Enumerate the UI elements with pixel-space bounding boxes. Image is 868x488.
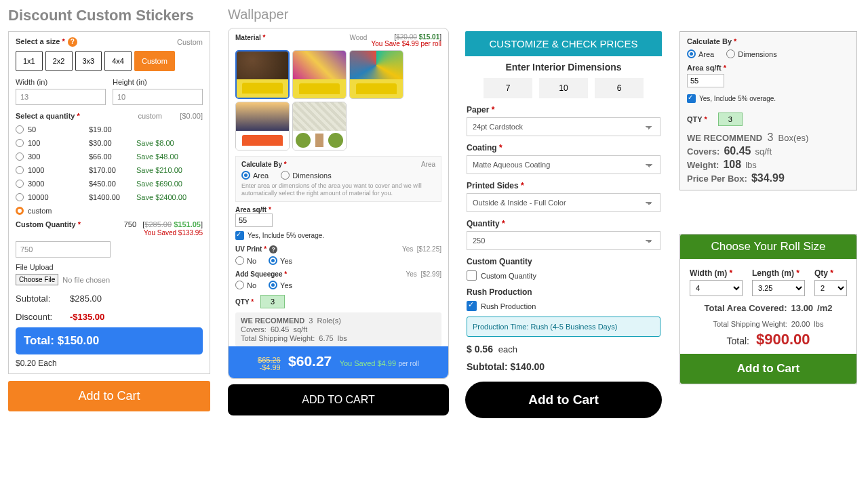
area-input[interactable] [235, 214, 273, 227]
c4-overage-checkbox[interactable] [687, 94, 696, 103]
wp-total-bar: $65.26-$4.99 $60.27 You Saved $4.99 per … [229, 346, 448, 378]
qty-label: Select a quantity [16, 112, 121, 120]
swatch-geo[interactable] [349, 50, 403, 99]
wallpaper-title: Wallpaper [228, 7, 449, 22]
qty-opt-3000[interactable]: 3000$450.00Save $690.00 [16, 180, 203, 188]
disc-val: -$135.00 [70, 312, 104, 322]
size-btn-custom[interactable]: Custom [134, 51, 175, 71]
radio-dimensions[interactable]: Dimensions [281, 171, 331, 180]
size-value: Custom [177, 38, 203, 46]
sq-no[interactable]: No [235, 281, 256, 289]
c4-calc-label: Calculate By [687, 37, 850, 45]
uv-label: UV Print [235, 245, 267, 253]
help-icon[interactable]: ? [68, 37, 77, 47]
sub-val: $285.00 [70, 293, 102, 304]
cq-saved: You Saved $133.95 [144, 229, 203, 237]
overage-label: Yes, Include 5% overage. [248, 232, 324, 239]
c4-radio-area[interactable]: Area [687, 49, 714, 58]
dim-l[interactable] [484, 78, 532, 98]
paper-select[interactable]: 24pt Cardstock [467, 117, 660, 136]
help-icon[interactable]: ? [269, 245, 277, 253]
qty-custom-col: custom [121, 112, 162, 120]
qty-opt-50[interactable]: 50$19.00 [16, 125, 203, 134]
calc-help: Enter area or dimensions of the area you… [241, 182, 435, 197]
subtotal3: Subtotal: $140.00 [467, 361, 660, 372]
roll-add-to-cart-button[interactable]: Add to Cart [680, 354, 856, 384]
wp-total: $60.27 [288, 353, 332, 369]
file-label: File Upload [16, 263, 203, 271]
qty-price-col: [$0.00] [162, 112, 203, 120]
size-btn-4x4[interactable]: 4x4 [104, 51, 132, 71]
c4-radio-dimensions[interactable]: Dimensions [726, 49, 776, 58]
dim-w[interactable] [539, 78, 588, 98]
sub-label: Subtotal: [16, 293, 63, 304]
wallpaper-panel: Wallpaper Material Wood [$20.00 $15.01]Y… [228, 7, 449, 415]
c4-qty-input[interactable] [718, 113, 743, 126]
width-label: Width (in) [16, 78, 106, 86]
c4-qty-label: QTY [687, 115, 707, 123]
dim-title: Enter Interior Dimensions [467, 62, 660, 73]
uv-no[interactable]: No [235, 256, 256, 265]
choose-file-button[interactable]: Choose File [16, 274, 58, 285]
wp-qty-label: QTY [235, 298, 254, 306]
box-add-to-cart-button[interactable]: Add to Cart [465, 382, 662, 418]
material-value: Wood [349, 34, 367, 41]
swatch-wood[interactable] [235, 50, 290, 99]
coating-select[interactable]: Matte Aqueous Coating [467, 155, 660, 174]
custom-qty-checkbox[interactable] [467, 270, 477, 281]
custom-qty-label3: Custom Quantity [467, 257, 660, 266]
each-price3: $ 0.56 each [467, 344, 660, 354]
rush-label: Rush Production [467, 287, 660, 297]
disc-label: Discount: [16, 312, 63, 322]
height-label: Height (in) [113, 78, 203, 86]
height-input[interactable] [113, 89, 203, 105]
dim-h[interactable] [595, 78, 644, 98]
sides-label: Printed Sides [467, 181, 660, 190]
size-btn-3x3[interactable]: 3x3 [75, 51, 102, 71]
overage-checkbox[interactable] [235, 231, 244, 240]
qty-opt-10000[interactable]: 10000$1400.00Save $2400.00 [16, 193, 203, 201]
custom-qty-label: Custom Quantity [16, 220, 81, 237]
uv-yes[interactable]: Yes [269, 256, 292, 265]
mat-save: You Save $4.99 per roll [371, 40, 441, 47]
production-time: Production Time: Rush (4-5 Business Days… [467, 317, 660, 337]
roll-width-select[interactable]: 4 [690, 280, 743, 296]
custom-qty-input[interactable] [16, 241, 111, 258]
wp-qty-input[interactable] [260, 295, 285, 308]
sq-yes[interactable]: Yes [269, 281, 292, 289]
box-panel: CUSTOMIZE & CHECK PRICES Enter Interior … [465, 31, 662, 418]
quantity-select[interactable]: 250 [467, 231, 660, 250]
total-val: $150.00 [58, 334, 99, 347]
swatch-leaves[interactable] [292, 50, 347, 99]
cq-strike: $285.00 [144, 220, 172, 228]
cq-qty: 750 [124, 220, 136, 228]
c4-area-label: Area sq/ft [687, 64, 850, 72]
size-label: Select a size [16, 37, 65, 45]
qty-opt-1000[interactable]: 1000$170.00Save $210.00 [16, 166, 203, 174]
add-to-cart-button[interactable]: Add to Cart [8, 381, 210, 411]
roll-qty-select[interactable]: 2 [814, 280, 847, 296]
wp-add-to-cart-button[interactable]: ADD TO CART [228, 384, 449, 415]
size-btn-1x1[interactable]: 1x1 [16, 51, 43, 71]
calc4-panel: Calculate By Area Dimensions Area sq/ft … [679, 31, 857, 190]
file-none: No file chosen [62, 276, 110, 284]
quantity-label: Quantity [467, 219, 660, 228]
c4-area-input[interactable] [687, 74, 724, 87]
qty-opt-300[interactable]: 300$66.00Save $48.00 [16, 152, 203, 161]
total-label: Total: [24, 334, 54, 347]
qty-opt-custom[interactable]: custom [16, 207, 203, 215]
sides-select[interactable]: Outside & Inside - Full Color [467, 193, 660, 212]
radio-area[interactable]: Area [241, 171, 269, 180]
qty-opt-100[interactable]: 100$30.00Save $8.00 [16, 139, 203, 147]
each-price: $0.20 Each [16, 359, 203, 368]
size-btn-2x2[interactable]: 2x2 [45, 51, 73, 71]
roll-length-select[interactable]: 3.25 [752, 280, 805, 296]
rush-checkbox[interactable] [467, 301, 477, 311]
paper-label: Paper [467, 105, 660, 115]
width-input[interactable] [16, 89, 106, 105]
roll-panel: Choose Your Roll Size Width (m)4 Length … [679, 234, 857, 384]
swatch-pattern[interactable] [292, 102, 347, 150]
swatch-sunset[interactable] [235, 102, 290, 150]
stickers-panel: Discount Custom Stickers Select a size? … [8, 7, 210, 411]
right-column: Calculate By Area Dimensions Area sq/ft … [679, 31, 857, 384]
